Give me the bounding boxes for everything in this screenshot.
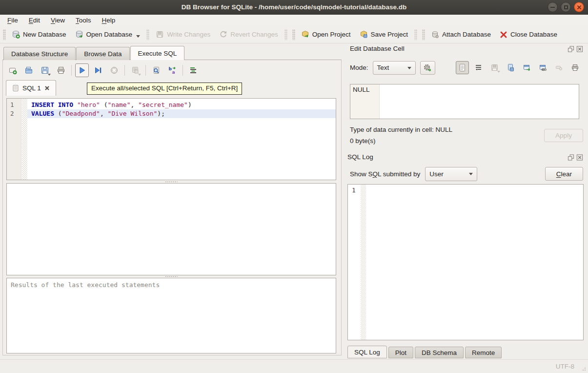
cell-value: NULL [353,86,370,93]
svg-text:a: a [172,70,175,75]
new-database-button[interactable]: New Database [7,28,71,41]
external-window-icon [523,63,531,72]
menu-help[interactable]: Help [97,16,121,25]
format-sql-button[interactable] [186,63,200,77]
gear-arrow-icon [423,63,432,72]
close-tab-icon[interactable] [44,85,50,91]
line-number: 1 [7,101,21,109]
play-to-line-icon [94,66,102,75]
document-icon [458,63,466,72]
auto-apply-button[interactable] [420,61,435,75]
text-mode-button[interactable] [456,61,469,74]
dock-tab-remote[interactable]: Remote [465,347,502,358]
close-dock-icon[interactable] [576,45,583,53]
sql-tab-bar: SQL 1 [6,80,56,96]
tab-database-structure[interactable]: Database Structure [3,47,76,60]
find-replace-icon: ba [168,66,177,75]
status-bar: UTF-8 [0,359,588,373]
maximize-button[interactable] [561,2,571,12]
word-wrap-button[interactable] [472,61,485,74]
cell-value-strip: NULL [350,84,380,119]
clear-log-button[interactable]: Clear [545,167,583,181]
find-replace-button[interactable]: ba [165,63,179,77]
printer-icon [571,63,579,72]
minimize-button[interactable] [547,2,558,12]
write-changes-button: Write Changes [151,28,215,41]
float-dock-icon[interactable] [568,154,574,161]
edit-cell-title: Edit Database Cell [347,45,405,52]
project-save-icon [360,30,368,39]
copy-link-button[interactable] [536,61,549,74]
import-cell-data-button [488,61,501,74]
play-icon [78,66,86,75]
menu-file[interactable]: File [2,16,23,25]
dock-tab-plot[interactable]: Plot [388,347,413,358]
dock-tab-db-schema[interactable]: DB Schema [415,347,464,358]
find-icon [152,66,161,75]
filter-label: Show SQL submitted by [350,170,420,178]
maximize-icon [564,5,568,9]
save-project-button[interactable]: Save Project [355,28,413,41]
line-number: 2 [7,109,21,118]
chevron-down-icon [407,67,411,69]
dock-tab-sql-log[interactable]: SQL Log [347,346,387,358]
minimize-icon [550,7,555,8]
cell-editor-box[interactable]: NULL [350,84,579,119]
link-window-icon [539,63,547,72]
printer-icon [57,66,65,75]
results-grid-pane[interactable] [6,183,336,275]
sql-editor[interactable]: 1 2 INSERT INTO "hero" ("name", "secret_… [6,98,336,180]
code-area: INSERT INTO "hero" ("name", "secret_name… [27,99,336,180]
sql-log-view[interactable]: 1 [347,184,584,340]
encoding-indicator[interactable]: UTF-8 [556,363,574,370]
close-dock-icon[interactable] [576,154,583,161]
menu-view[interactable]: View [45,16,70,25]
execute-line-button[interactable] [91,63,105,77]
app-window: DB Browser for SQLite - /home/user/code/… [0,0,588,373]
main-view-tabs: Database Structure Browse Data Execute S… [3,46,185,60]
export-cell-data-button[interactable] [504,61,517,74]
print-cell-button[interactable] [568,61,582,74]
title-bar[interactable]: DB Browser for SQLite - /home/user/code/… [0,0,588,15]
float-dock-icon[interactable] [568,45,574,53]
sql-line-1: INSERT INTO "hero" ("name", "secret_name… [27,101,336,109]
menu-tools[interactable]: Tools [70,16,97,25]
toolbar-separator [145,65,146,76]
find-button[interactable] [149,63,163,77]
open-database-dropdown[interactable] [136,35,140,38]
sql-tab-1[interactable]: SQL 1 [6,80,56,96]
save-results-button [128,63,142,77]
execute-sql-panel: ba SQL 1 1 2 INSERT INTO "h [2,60,342,355]
open-project-button[interactable]: Open Project [297,28,355,41]
execution-log-pane[interactable]: Results of the last executed statements [6,278,336,353]
apply-button: Apply [544,129,583,142]
mode-select[interactable]: Text [373,61,416,75]
main-toolbar: New Database Open Database Write Changes… [0,26,588,43]
close-database-button[interactable]: Close Database [495,28,562,41]
fold-margin [22,99,27,180]
open-in-external-button[interactable] [520,61,533,74]
tab-execute-sql[interactable]: Execute SQL [130,46,185,60]
database-attach-icon [431,30,439,39]
attach-database-button[interactable]: Attach Database [426,28,495,41]
save-sql-file-button[interactable] [38,63,52,77]
submitted-by-select[interactable]: User [425,167,477,181]
tooltip: Execute all/selected SQL [Ctrl+Return, F… [87,83,242,95]
menu-edit[interactable]: Edit [23,16,45,25]
close-button[interactable] [574,2,584,12]
print-sql-button[interactable] [54,63,68,77]
new-sql-tab-button[interactable] [6,63,20,77]
line-number-gutter: 1 2 [7,99,21,180]
execute-sql-button[interactable] [75,63,89,77]
write-changes-icon [156,30,164,39]
open-sql-file-button[interactable] [22,63,36,77]
resize-grip[interactable] [580,365,587,372]
word-wrap-icon [474,63,483,72]
open-database-button[interactable]: Open Database [71,28,145,41]
stop-execution-button [107,63,121,77]
null-toggle-icon [555,63,563,72]
tab-browse-data[interactable]: Browse Data [76,47,129,60]
svg-text:b: b [169,66,172,71]
window-controls [547,2,584,12]
results-placeholder-text: Results of the last executed statements [7,278,336,291]
